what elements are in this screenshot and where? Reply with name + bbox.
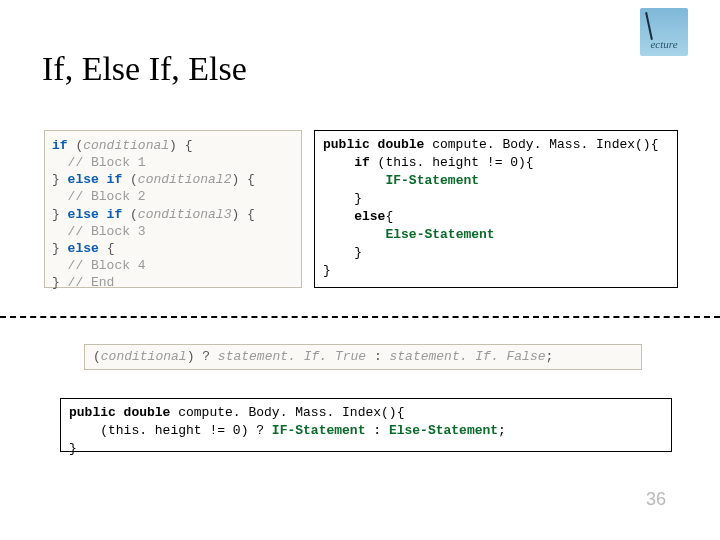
ternary-operator: ) ? [187, 349, 218, 364]
code-text: } [52, 241, 68, 256]
conditional-placeholder: conditional [101, 349, 187, 364]
brace-close: } [323, 245, 362, 260]
dashed-divider [0, 316, 720, 318]
conditional-placeholder: conditional [83, 138, 169, 153]
code-text: ( [122, 172, 138, 187]
code-text: { [99, 241, 115, 256]
conditional-placeholder: conditional3 [138, 207, 232, 222]
else-statement-placeholder: Else-Statement [389, 423, 498, 438]
brace-open: { [385, 209, 393, 224]
keyword-else-if: else if [68, 172, 123, 187]
brace-close: } [323, 263, 331, 278]
code-text: ) { [231, 207, 254, 222]
logo-text: ecture [650, 38, 677, 50]
page-number: 36 [646, 489, 666, 510]
pen-icon [645, 12, 653, 40]
comment-block1: // Block 1 [52, 155, 146, 170]
conditional-placeholder: conditional2 [138, 172, 232, 187]
keyword-else: else [323, 209, 385, 224]
keyword-if: if [323, 155, 378, 170]
semicolon: ; [546, 349, 554, 364]
brace-close: } [323, 191, 362, 206]
code-block-method-ternary: public double compute. Body. Mass. Index… [60, 398, 672, 452]
keyword-else: else [68, 241, 99, 256]
keyword-else-if: else if [68, 207, 123, 222]
method-signature: public double [323, 137, 432, 152]
comment-block4: // Block 4 [52, 258, 146, 273]
if-statement-placeholder: IF-Statement [272, 423, 366, 438]
condition-text: (this. height != 0){ [378, 155, 534, 170]
ternary-condition: (this. height != 0) ? [69, 423, 272, 438]
comment-block2: // Block 2 [52, 189, 146, 204]
paren-open: ( [93, 349, 101, 364]
code-text: ) { [231, 172, 254, 187]
semicolon: ; [498, 423, 506, 438]
code-block-if-else-template: if (conditional) { // Block 1 } else if … [44, 130, 302, 288]
false-statement-placeholder: statement. If. False [390, 349, 546, 364]
code-text: ( [68, 138, 84, 153]
if-statement-placeholder: IF-Statement [385, 173, 479, 188]
code-text: } [52, 275, 68, 290]
method-signature: public double [69, 405, 178, 420]
method-name: compute. Body. Mass. Index(){ [178, 405, 404, 420]
code-block-method-ifelse: public double compute. Body. Mass. Index… [314, 130, 678, 288]
code-block-ternary-template: (conditional) ? statement. If. True : st… [84, 344, 642, 370]
colon-separator: : [366, 349, 389, 364]
code-text: } [52, 207, 68, 222]
keyword-if: if [52, 138, 68, 153]
colon-separator: : [365, 423, 388, 438]
brace-close: } [69, 441, 77, 456]
code-text: ) { [169, 138, 192, 153]
code-text: } [52, 172, 68, 187]
code-text: ( [122, 207, 138, 222]
method-name: compute. Body. Mass. Index(){ [432, 137, 658, 152]
comment-end: // End [68, 275, 115, 290]
logo-badge: ecture [640, 8, 688, 56]
slide-title: If, Else If, Else [42, 50, 247, 88]
else-statement-placeholder: Else-Statement [385, 227, 494, 242]
true-statement-placeholder: statement. If. True [218, 349, 366, 364]
comment-block3: // Block 3 [52, 224, 146, 239]
